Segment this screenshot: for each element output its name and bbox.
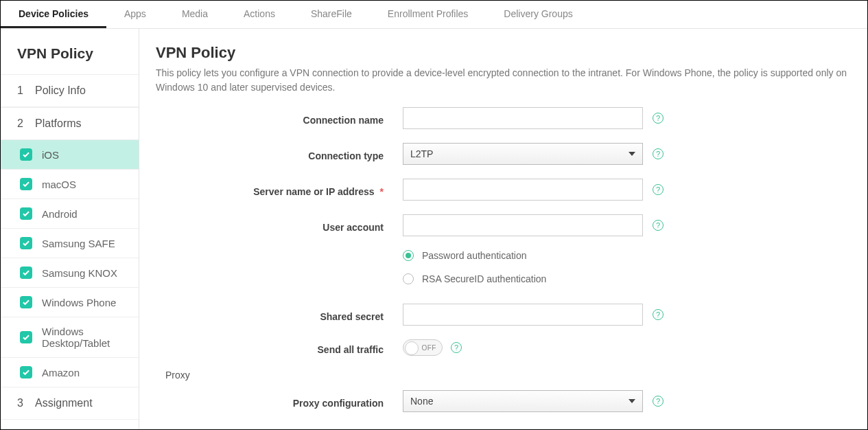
help-icon[interactable]: ?	[451, 342, 462, 353]
proxy-config-select[interactable]: None	[403, 390, 643, 412]
chevron-down-icon	[629, 399, 635, 403]
control-proxy-config: None	[403, 390, 643, 412]
tab-delivery-groups[interactable]: Delivery Groups	[486, 1, 590, 28]
control-user-account	[403, 214, 643, 236]
checkbox-icon[interactable]	[20, 148, 32, 161]
label-server-name: Server name or IP address *	[156, 182, 403, 197]
control-shared-secret	[403, 304, 643, 326]
help-icon[interactable]: ?	[653, 396, 664, 407]
radio-label: RSA SecureID authentication	[422, 273, 546, 284]
label-connection-name: Connection name	[156, 111, 403, 126]
sidebar: VPN Policy 1 Policy Info 2 Platforms iOS…	[1, 29, 139, 429]
connection-name-input[interactable]	[403, 107, 643, 129]
tab-label: Device Policies	[19, 8, 89, 19]
auth-password-row[interactable]: Password authentication	[403, 250, 860, 261]
select-value: None	[410, 396, 433, 407]
tab-label: Enrollment Profiles	[388, 8, 469, 19]
help-icon[interactable]: ?	[653, 309, 664, 320]
control-server-name	[403, 179, 643, 201]
main-panel: VPN Policy This policy lets you configur…	[139, 29, 867, 429]
step-number: 3	[17, 397, 27, 409]
platform-windows-desktop[interactable]: Windows Desktop/Tablet	[1, 317, 139, 358]
page-description: This policy lets you configure a VPN con…	[156, 66, 860, 95]
row-connection-name: Connection name ?	[156, 107, 860, 129]
radio-rsa[interactable]	[403, 273, 414, 284]
checkbox-icon[interactable]	[20, 267, 32, 279]
platform-windows-phone[interactable]: Windows Phone	[1, 288, 139, 317]
step-policy-info[interactable]: 1 Policy Info	[1, 74, 139, 107]
tab-device-policies[interactable]: Device Policies	[1, 1, 106, 28]
tab-label: Media	[182, 8, 208, 19]
row-proxy-config: Proxy configuration None ?	[156, 390, 860, 412]
step-number: 1	[17, 84, 27, 97]
tab-enrollment-profiles[interactable]: Enrollment Profiles	[370, 1, 486, 28]
step-number: 2	[17, 117, 27, 130]
tab-actions[interactable]: Actions	[226, 1, 293, 28]
select-value: L2TP	[410, 148, 433, 159]
checkbox-icon[interactable]	[20, 178, 32, 190]
platform-label: macOS	[42, 179, 76, 190]
checkbox-icon[interactable]	[20, 296, 32, 308]
user-account-input[interactable]	[403, 214, 643, 236]
platform-samsung-knox[interactable]: Samsung KNOX	[1, 258, 139, 288]
tab-label: Apps	[124, 8, 146, 19]
tab-apps[interactable]: Apps	[106, 1, 164, 28]
tab-label: Actions	[244, 8, 275, 19]
control-connection-type: L2TP	[403, 143, 643, 165]
platform-ios[interactable]: iOS	[1, 140, 139, 170]
radio-password[interactable]	[403, 250, 414, 261]
platform-label: Windows Desktop/Tablet	[42, 326, 122, 349]
checkbox-icon[interactable]	[20, 237, 32, 249]
help-icon[interactable]: ?	[653, 113, 664, 124]
row-user-account: User account ?	[156, 214, 860, 236]
step-label: Platforms	[35, 117, 82, 130]
tab-label: Delivery Groups	[504, 8, 572, 19]
step-assignment[interactable]: 3 Assignment	[1, 387, 139, 420]
help-icon[interactable]: ?	[653, 220, 664, 231]
step-label: Assignment	[35, 397, 93, 409]
body: VPN Policy 1 Policy Info 2 Platforms iOS…	[1, 29, 867, 429]
platform-label: Amazon	[42, 367, 80, 378]
page-title: VPN Policy	[156, 44, 860, 62]
help-icon[interactable]: ?	[653, 148, 664, 159]
section-proxy: Proxy	[156, 370, 860, 381]
platform-macos[interactable]: macOS	[1, 170, 139, 199]
row-server-name: Server name or IP address * ?	[156, 179, 860, 201]
tab-media[interactable]: Media	[164, 1, 226, 28]
step-label: Policy Info	[35, 84, 86, 97]
checkbox-icon[interactable]	[20, 366, 32, 378]
auth-rsa-row[interactable]: RSA SecureID authentication	[403, 273, 860, 284]
shared-secret-input[interactable]	[403, 304, 643, 326]
checkbox-icon[interactable]	[20, 207, 32, 220]
platform-label: iOS	[42, 149, 59, 161]
row-send-all-traffic: Send all traffic OFF ?	[156, 339, 860, 356]
platform-label: Samsung KNOX	[42, 267, 117, 279]
platform-label: Samsung SAFE	[42, 238, 115, 249]
platform-samsung-safe[interactable]: Samsung SAFE	[1, 229, 139, 258]
label-shared-secret: Shared secret	[156, 307, 403, 322]
top-nav: Device Policies Apps Media Actions Share…	[1, 1, 867, 29]
row-connection-type: Connection type L2TP ?	[156, 143, 860, 165]
server-name-input[interactable]	[403, 179, 643, 201]
platform-android[interactable]: Android	[1, 199, 139, 229]
help-icon[interactable]: ?	[653, 184, 664, 195]
control-connection-name	[403, 107, 643, 129]
row-shared-secret: Shared secret ?	[156, 304, 860, 326]
label-connection-type: Connection type	[156, 146, 403, 161]
radio-label: Password authentication	[422, 250, 527, 261]
sidebar-title: VPN Policy	[1, 29, 139, 74]
send-all-traffic-toggle[interactable]: OFF	[403, 339, 443, 356]
checkbox-icon[interactable]	[20, 331, 32, 343]
required-mark: *	[380, 186, 384, 197]
platform-label: Windows Phone	[42, 297, 116, 308]
label-send-all-traffic: Send all traffic	[156, 340, 403, 355]
label-proxy-config: Proxy configuration	[156, 394, 403, 409]
label-user-account: User account	[156, 218, 403, 233]
chevron-down-icon	[629, 152, 635, 156]
connection-type-select[interactable]: L2TP	[403, 143, 643, 165]
platform-amazon[interactable]: Amazon	[1, 358, 139, 387]
tab-sharefile[interactable]: ShareFile	[293, 1, 370, 28]
tab-label: ShareFile	[311, 8, 352, 19]
platform-label: Android	[42, 208, 78, 220]
step-platforms[interactable]: 2 Platforms	[1, 107, 139, 140]
